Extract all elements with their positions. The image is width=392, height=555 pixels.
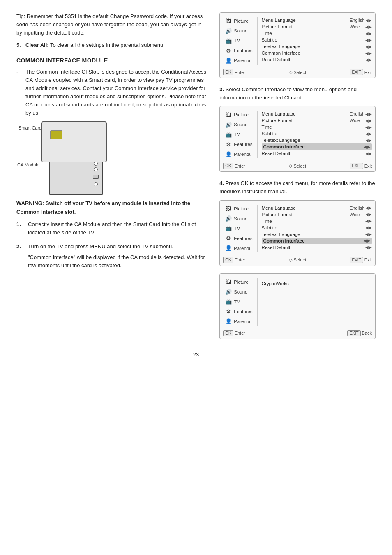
steps-list: 1. Correctly insert the CA Module and th…	[16, 220, 207, 270]
menu-row-label: Menu Language	[262, 206, 350, 210]
menu-row-value: English	[350, 111, 365, 116]
menu-content-row: Menu Language English ◀▶	[262, 17, 372, 23]
ok-btn[interactable]: OK	[223, 330, 233, 336]
step-1-number: 1.	[16, 220, 24, 237]
footer-exit: EXIT Exit	[350, 257, 372, 263]
menu-row-arrow: ◀▶	[365, 219, 372, 223]
step-3-group: 3. Select Common Interface to view the m…	[219, 86, 376, 172]
exit-btn[interactable]: EXIT	[350, 69, 363, 75]
warning-text: WARNING: Switch off your TV before any m…	[16, 199, 207, 216]
menu-row-label: Time	[262, 125, 350, 130]
menu-item-label: Features	[234, 236, 252, 241]
menu-row-label: Teletext Language	[262, 44, 350, 49]
menu-sidebar-item: 📺 TV	[223, 224, 254, 233]
menu-sidebar-item: 📺 TV	[223, 298, 254, 306]
menu-row-value: English	[350, 206, 365, 210]
menu-icon: 🖼	[225, 111, 232, 118]
footer-exit: EXIT Exit	[350, 69, 372, 75]
menu-icon: 🖼	[225, 279, 232, 285]
menu-sidebar-item: 🔊 Sound	[223, 27, 254, 35]
ci-module-bullet-1: - The Common Interface CI Slot, is desig…	[16, 68, 207, 118]
menu-row-arrow: ◀▶	[365, 18, 372, 23]
menu-content-row: Subtitle ◀▶	[262, 224, 372, 231]
footer-ok: OK Enter	[223, 69, 245, 75]
ci-module-text: The Common Interface CI Slot, is designe…	[25, 68, 207, 118]
menu-item-label: Sound	[234, 28, 247, 33]
menu-sidebar-item: 👤 Parental	[223, 56, 254, 65]
menu-item-label: Sound	[234, 122, 247, 127]
menu-item-label: Parental	[234, 319, 251, 324]
menu-row-label: Common Interface	[262, 51, 350, 56]
exit-btn[interactable]: EXIT	[350, 257, 363, 263]
bullet-dash: -	[16, 68, 22, 118]
exit-btn[interactable]: EXIT	[350, 163, 363, 169]
ci-module-bullets: - The Common Interface CI Slot, is desig…	[16, 68, 207, 118]
menu-sidebar-item: 🖼 Picture	[223, 278, 254, 286]
clear-all-item: 5. Clear All: To clear all the settings …	[16, 41, 207, 49]
menu-icon: 🔊	[225, 289, 232, 295]
menu-sidebar-item: 🖼 Picture	[223, 111, 254, 119]
menu-item-label: Features	[234, 309, 252, 314]
footer-ok: OK Enter	[223, 257, 245, 263]
exit-btn[interactable]: EXIT	[347, 330, 360, 336]
smart-card-shape	[41, 121, 107, 162]
menu-sidebar-item: 👤 Parental	[223, 317, 254, 326]
menu-row-arrow: ◀▶	[365, 31, 372, 36]
menu-row-label: Teletext Language	[262, 138, 350, 143]
step-1: 1. Correctly insert the CA Module and th…	[16, 220, 207, 237]
ok-btn[interactable]: OK	[223, 69, 233, 75]
menu-icon: 🔊	[225, 121, 232, 128]
menu-item-label: Features	[234, 142, 252, 147]
right-column: 🖼 Picture 🔊 Sound 📺 TV ⚙ Features 👤 Pare…	[219, 12, 376, 339]
clear-all-text: Clear All: To clear all the settings in …	[25, 41, 165, 49]
menu-content-row: Reset Default ◀▶	[262, 244, 372, 251]
step-2-subtext: "Common interface" will be displayed if …	[28, 253, 207, 270]
menu-sidebar-item: 🔊 Sound	[223, 215, 254, 223]
menu-content-row: Time ◀▶	[262, 124, 372, 130]
menu-sidebar-item: 👤 Parental	[223, 244, 254, 252]
menu-row-label: Menu Language	[262, 111, 350, 116]
menu-icon: 🔊	[225, 28, 232, 34]
menu-content-row: Menu Language English ◀▶	[262, 205, 372, 211]
menu-row-arrow: ◀▶	[365, 112, 372, 116]
port-usb	[93, 175, 99, 179]
menu-row-label: Time	[262, 219, 350, 224]
menu-icon: 📺	[225, 298, 232, 305]
menu-content-row: Subtitle ◀▶	[262, 37, 372, 43]
menu-content-row: Time ◀▶	[262, 218, 372, 224]
menu-row-arrow: ◀▶	[365, 118, 372, 123]
menu-icon: 🔊	[225, 215, 232, 222]
menu-content-row: Subtitle ◀▶	[262, 130, 372, 137]
footer-select: ◇ Select	[289, 257, 306, 263]
menu-content-row: Teletext Language ◀▶	[262, 137, 372, 143]
menu-icon: ⚙	[225, 235, 232, 242]
menu-item-label: Parental	[234, 246, 251, 251]
menu-icon: 🖼	[225, 206, 232, 212]
menu-item-label: Sound	[234, 216, 247, 221]
menu-row-value: Wide	[350, 118, 365, 123]
menu-icon: ⚙	[225, 47, 232, 54]
menu-icon: 📺	[225, 225, 232, 232]
menu-content-row: Picture Format Wide ◀▶	[262, 211, 372, 218]
ok-btn[interactable]: OK	[223, 163, 233, 169]
menu-sidebar-item: 🖼 Picture	[223, 205, 254, 213]
menu-icon: 📺	[225, 37, 232, 44]
menu-sidebar-item: 🖼 Picture	[223, 17, 254, 25]
ok-btn[interactable]: OK	[223, 257, 233, 263]
menu-row-label: Subtitle	[262, 37, 350, 42]
menu-row-label: Teletext Language	[262, 232, 350, 237]
footer-ok: OK Enter	[223, 163, 245, 169]
menu-sidebar-item: 🔊 Sound	[223, 120, 254, 129]
ca-module-label: CA Module	[17, 162, 39, 167]
menu-row-arrow: ◀▶	[365, 212, 372, 217]
menu-icon: ⚙	[225, 308, 232, 315]
menu-content-row: Common Interface ◀▶	[262, 143, 372, 150]
step-2: 2. Turn on the TV and press MENU and sel…	[16, 243, 207, 270]
menu-sidebar-item: 🔊 Sound	[223, 288, 254, 296]
menu-row-label: Reset Default	[262, 151, 350, 156]
menu-content-row: Teletext Language ◀▶	[262, 231, 372, 238]
step-3-text: 3. Select Common Interface to view the m…	[219, 86, 376, 102]
menu-row-label: Reset Default	[262, 245, 350, 250]
menu-row-arrow: ◀▶	[365, 38, 372, 42]
port-5	[94, 182, 98, 186]
